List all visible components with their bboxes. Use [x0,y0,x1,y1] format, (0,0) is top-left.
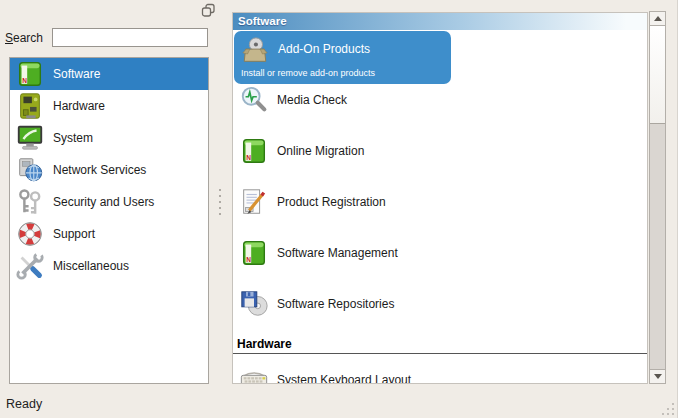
search-label: Search [5,31,43,45]
svg-text:N: N [246,256,251,263]
module-item-label: System Keyboard Layout [277,373,411,384]
group-header-software: Software [233,13,647,30]
keyboard-icon [239,365,269,384]
yast-control-center-window: Search N Software [0,0,678,418]
resize-grip[interactable] [660,401,675,416]
lifesaver-icon [15,219,45,249]
module-item-software-management[interactable]: N Software Management [233,229,647,277]
system-monitor-icon [15,123,45,153]
network-globe-icon [15,155,45,185]
sidebar-item-label: System [53,131,93,145]
pane-splitter-handle[interactable] [218,189,222,215]
arrow-down-icon [654,374,662,379]
sidebar-item-hardware[interactable]: Hardware [10,90,208,122]
package-icon: N [239,136,269,166]
module-item-system-keyboard-layout[interactable]: System Keyboard Layout [233,356,647,384]
module-item-online-migration[interactable]: N Online Migration [233,127,647,175]
module-item-label: Online Migration [277,144,364,158]
sidebar-item-software[interactable]: N Software [10,58,208,90]
vertical-scrollbar[interactable] [649,11,666,384]
package-icon: N [239,238,269,268]
sidebar-item-network-services[interactable]: Network Services [10,154,208,186]
status-text: Ready [6,397,42,411]
sidebar-item-label: Hardware [53,99,105,113]
module-panel: Software Add-On Products Install or remo… [232,12,648,384]
scroll-up-button[interactable] [650,12,665,26]
module-item-software-repositories[interactable]: Software Repositories [233,280,647,328]
module-item-media-check[interactable]: Media Check [233,76,647,124]
sidebar-item-label: Support [53,227,95,241]
hardware-board-icon [15,91,45,121]
sidebar-item-security-and-users[interactable]: Security and Users [10,186,208,218]
tools-icon [15,251,45,281]
sidebar-item-label: Miscellaneous [53,259,129,273]
sidebar-item-label: Software [53,67,100,81]
module-item-label: Product Registration [277,195,386,209]
svg-text:N: N [22,77,27,84]
group-header-hardware: Hardware [233,335,647,354]
sidebar-item-label: Security and Users [53,195,154,209]
software-package-icon: N [15,59,45,89]
restore-window-icon[interactable] [201,3,216,18]
arrow-up-icon [654,16,662,21]
search-input[interactable] [52,28,208,47]
addon-box-cd-icon [240,36,270,66]
category-list: N Software Hardware [9,57,209,384]
scrollbar-thumb[interactable] [650,26,665,124]
sidebar-item-label: Network Services [53,163,146,177]
sidebar-item-system[interactable]: System [10,122,208,154]
module-item-product-registration[interactable]: Product Registration [233,178,647,226]
module-item-label: Add-On Products [278,42,370,56]
keys-icon [15,187,45,217]
module-item-label: Media Check [277,93,347,107]
module-item-label: Software Repositories [277,297,394,311]
svg-text:N: N [246,154,251,161]
floppy-cd-icon [239,289,269,319]
registration-document-icon [239,187,269,217]
sidebar-item-miscellaneous[interactable]: Miscellaneous [10,250,208,282]
sidebar-item-support[interactable]: Support [10,218,208,250]
module-item-label: Software Management [277,246,398,260]
media-check-magnifier-icon [239,85,269,115]
scroll-down-button[interactable] [650,369,665,383]
